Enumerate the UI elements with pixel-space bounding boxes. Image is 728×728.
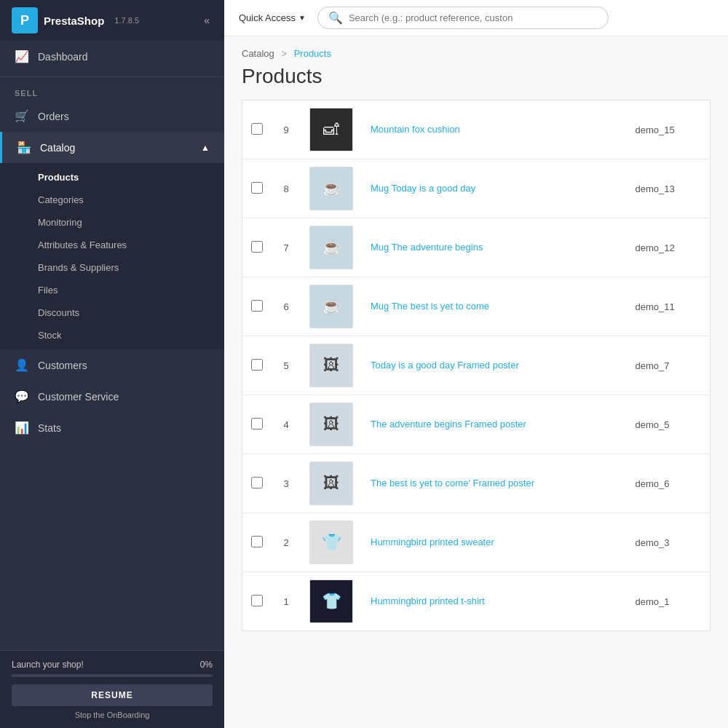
quick-access-button[interactable]: Quick Access ▼ <box>239 12 306 23</box>
chevron-down-icon: ▼ <box>298 14 306 22</box>
product-name-8[interactable]: Mug Today is a good day <box>362 159 627 218</box>
product-select-2[interactable] <box>251 536 263 547</box>
product-name-6[interactable]: Mug The best is yet to come <box>362 277 627 336</box>
row-checkbox-9[interactable] <box>242 100 272 159</box>
product-name-7[interactable]: Mug The adventure begins <box>362 218 627 277</box>
customer-service-icon: 💬 <box>15 389 29 403</box>
product-name-link-7[interactable]: Mug The adventure begins <box>371 242 483 253</box>
sidebar-item-catalog[interactable]: 🏪 Catalog ▲ <box>0 132 224 163</box>
product-name-link-8[interactable]: Mug Today is a good day <box>371 183 475 194</box>
sidebar-footer: Launch your shop! 0% RESUME Stop the OnB… <box>0 650 224 728</box>
logo-version: 1.7.8.5 <box>114 16 139 25</box>
stop-onboarding-link[interactable]: Stop the OnBoarding <box>12 711 213 719</box>
search-bar[interactable]: 🔍 <box>317 7 609 29</box>
product-thumb-8: ☕ <box>301 159 362 218</box>
progress-label: 0% <box>200 660 213 670</box>
customers-icon: 👤 <box>15 358 29 372</box>
table-row: 4 🖼 The adventure begins Framed poster d… <box>242 395 711 454</box>
product-name-link-5[interactable]: Today is a good day Framed poster <box>371 360 519 371</box>
submenu-item-discounts[interactable]: Discounts <box>0 301 224 324</box>
product-name-2[interactable]: Hummingbird printed sweater <box>362 513 627 572</box>
submenu-item-monitoring[interactable]: Monitoring <box>0 211 224 234</box>
sell-section-label: SELL <box>0 82 224 100</box>
customers-label: Customers <box>38 360 87 371</box>
submenu-item-brands[interactable]: Brands & Suppliers <box>0 256 224 279</box>
product-id-2: 2 <box>272 513 301 572</box>
sidebar-item-customers[interactable]: 👤 Customers <box>0 349 224 381</box>
breadcrumb-separator: > <box>281 48 287 59</box>
stats-label: Stats <box>38 422 61 434</box>
product-name-link-6[interactable]: Mug The best is yet to come <box>371 301 489 312</box>
product-id-6: 6 <box>272 277 301 336</box>
submenu-item-products[interactable]: Products <box>0 166 224 189</box>
collapse-button[interactable]: « <box>201 12 213 29</box>
sidebar-item-orders[interactable]: 🛒 Orders <box>0 100 224 132</box>
product-select-5[interactable] <box>251 359 263 371</box>
row-checkbox-1[interactable] <box>242 572 272 631</box>
catalog-icon: 🏪 <box>17 141 31 154</box>
product-thumb-6: ☕ <box>301 277 362 336</box>
product-name-4[interactable]: The adventure begins Framed poster <box>362 395 627 454</box>
breadcrumb-parent: Catalog <box>242 48 274 59</box>
product-ref-4: demo_5 <box>627 395 711 454</box>
sidebar-header: P PrestaShop 1.7.8.5 « <box>0 0 224 41</box>
product-name-link-3[interactable]: The best is yet to come' Framed poster <box>371 478 534 488</box>
catalog-label: Catalog <box>40 142 75 154</box>
product-name-3[interactable]: The best is yet to come' Framed poster <box>362 454 627 513</box>
product-id-5: 5 <box>272 336 301 395</box>
content-area: Catalog > Products Products 9 🛋 Mountain… <box>224 36 728 728</box>
logo: P PrestaShop 1.7.8.5 <box>12 7 201 33</box>
product-name-5[interactable]: Today is a good day Framed poster <box>362 336 627 395</box>
product-thumb-1: 👕 <box>301 572 362 631</box>
product-name-9[interactable]: Mountain fox cushion <box>362 100 627 159</box>
breadcrumb-current[interactable]: Products <box>294 48 331 59</box>
chevron-up-icon: ▲ <box>201 143 210 153</box>
product-select-3[interactable] <box>251 477 263 488</box>
product-name-link-2[interactable]: Hummingbird printed sweater <box>371 537 494 547</box>
product-ref-1: demo_1 <box>627 572 711 631</box>
product-name-link-9[interactable]: Mountain fox cushion <box>371 124 460 135</box>
customer-service-label: Customer Service <box>38 391 119 403</box>
product-select-7[interactable] <box>251 241 263 253</box>
product-ref-7: demo_12 <box>627 218 711 277</box>
row-checkbox-4[interactable] <box>242 395 272 454</box>
row-checkbox-2[interactable] <box>242 513 272 572</box>
submenu-item-stock[interactable]: Stock <box>0 324 224 347</box>
product-name-link-1[interactable]: Hummingbird printed t-shirt <box>371 596 485 606</box>
product-id-1: 1 <box>272 572 301 631</box>
launch-row: Launch your shop! 0% <box>12 660 213 670</box>
row-checkbox-7[interactable] <box>242 218 272 277</box>
submenu-item-attributes[interactable]: Attributes & Features <box>0 234 224 256</box>
orders-icon: 🛒 <box>15 109 29 123</box>
sidebar-item-dashboard[interactable]: 📈 Dashboard <box>0 41 224 72</box>
table-row: 6 ☕ Mug The best is yet to come demo_11 <box>242 277 711 336</box>
product-select-9[interactable] <box>251 123 263 135</box>
product-select-4[interactable] <box>251 418 263 430</box>
product-id-9: 9 <box>272 100 301 159</box>
table-row: 5 🖼 Today is a good day Framed poster de… <box>242 336 711 395</box>
row-checkbox-3[interactable] <box>242 454 272 513</box>
search-input[interactable] <box>349 12 598 23</box>
logo-icon: P <box>12 7 38 33</box>
submenu-item-files[interactable]: Files <box>0 279 224 301</box>
sidebar-item-stats[interactable]: 📊 Stats <box>0 412 224 443</box>
product-select-1[interactable] <box>251 595 263 606</box>
row-checkbox-5[interactable] <box>242 336 272 395</box>
product-id-4: 4 <box>272 395 301 454</box>
product-name-1[interactable]: Hummingbird printed t-shirt <box>362 572 627 631</box>
product-ref-9: demo_15 <box>627 100 711 159</box>
table-row: 2 👕 Hummingbird printed sweater demo_3 <box>242 513 711 572</box>
resume-button[interactable]: RESUME <box>12 684 213 706</box>
product-select-8[interactable] <box>251 182 263 194</box>
product-thumb-2: 👕 <box>301 513 362 572</box>
product-name-link-4[interactable]: The adventure begins Framed poster <box>371 419 526 430</box>
product-ref-6: demo_11 <box>627 277 711 336</box>
breadcrumb: Catalog > Products <box>242 48 711 59</box>
product-select-6[interactable] <box>251 300 263 312</box>
sidebar-item-customer-service[interactable]: 💬 Customer Service <box>0 381 224 412</box>
topbar: Quick Access ▼ 🔍 <box>224 0 728 36</box>
submenu-item-categories[interactable]: Categories <box>0 189 224 211</box>
row-checkbox-6[interactable] <box>242 277 272 336</box>
row-checkbox-8[interactable] <box>242 159 272 218</box>
product-thumb-9: 🛋 <box>301 100 362 159</box>
